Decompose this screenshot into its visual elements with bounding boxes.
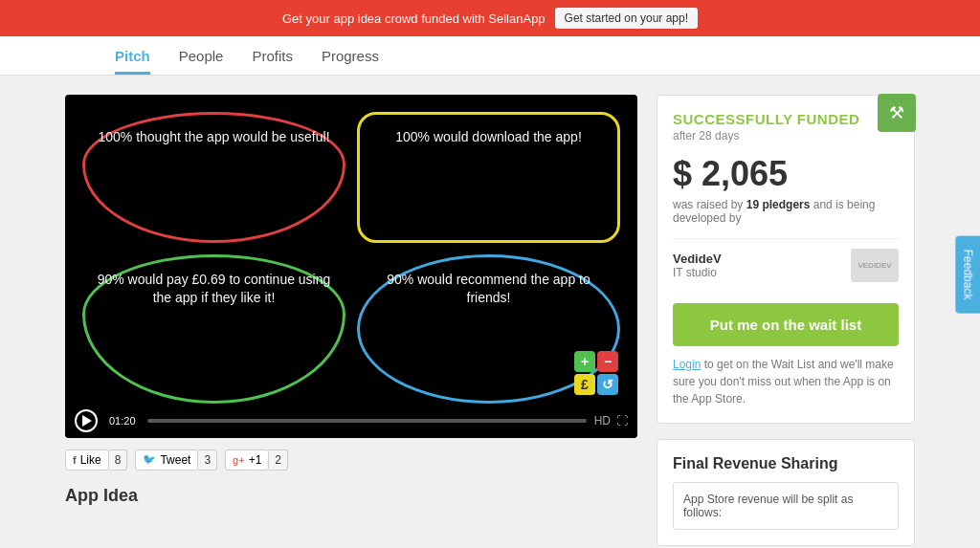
tab-pitch[interactable]: Pitch: [115, 36, 150, 75]
dev-type: IT studio: [673, 266, 722, 279]
tab-profits[interactable]: Profits: [252, 36, 293, 75]
calc-plus: +: [574, 351, 595, 372]
wrench-badge: ⚒: [878, 94, 916, 132]
funding-card: ⚒ SUCCESSFULLY FUNDED after 28 days $ 2,…: [657, 95, 915, 424]
tweet-label: Tweet: [160, 453, 190, 467]
revenue-card: Final Revenue Sharing App Store revenue …: [657, 439, 915, 546]
main-content: 100% thought the app would be useful! 10…: [50, 76, 930, 548]
revenue-subtitle: App Store revenue will be split as follo…: [673, 482, 899, 530]
dev-name: VedideV: [673, 252, 722, 266]
gplus-button[interactable]: g+ +1: [225, 449, 269, 471]
revenue-title: Final Revenue Sharing: [673, 455, 899, 472]
video-controls: 01:20 HD ⛶: [65, 404, 637, 438]
tweet-wrapper: 🐦 Tweet 3: [135, 449, 217, 471]
gplus-icon: g+: [233, 454, 245, 466]
tweet-count: 3: [198, 449, 217, 471]
bubble-red: 100% thought the app would be useful!: [82, 112, 345, 243]
calc-pound: £: [574, 374, 595, 395]
developer-info: VedideV IT studio: [673, 252, 722, 279]
like-button[interactable]: f Like: [65, 449, 109, 471]
banner-text: Get your app idea crowd funded with Sell…: [282, 11, 546, 26]
video-container[interactable]: 100% thought the app would be useful! 10…: [65, 95, 637, 438]
pledgers-prefix: was raised by: [673, 198, 746, 211]
tab-progress[interactable]: Progress: [322, 36, 379, 75]
app-idea-heading: App Idea: [65, 486, 637, 506]
top-banner: Get your app idea crowd funded with Sell…: [0, 0, 980, 36]
progress-bar[interactable]: [147, 419, 587, 423]
social-row: f Like 8 🐦 Tweet 3 g+ +1 2: [65, 449, 637, 471]
pledgers-text: was raised by 19 pledgers and is being d…: [673, 198, 899, 225]
twitter-icon: 🐦: [143, 453, 156, 466]
fullscreen-icon[interactable]: ⛶: [616, 414, 628, 427]
dev-logo: VEDIDEV: [851, 249, 899, 282]
video-inner: 100% thought the app would be useful! 10…: [65, 95, 637, 438]
feedback-tab[interactable]: Feedback: [956, 235, 980, 313]
play-button[interactable]: [75, 409, 98, 432]
gplus-label: +1: [249, 453, 262, 467]
waitlist-button[interactable]: Put me on the wait list: [673, 303, 899, 346]
funded-label: SUCCESSFULLY FUNDED: [673, 111, 899, 127]
bubbles-grid: 100% thought the app would be useful! 10…: [65, 95, 637, 404]
developer-row: VedideV IT studio VEDIDEV: [673, 238, 899, 292]
facebook-icon: f: [73, 454, 77, 466]
login-text: Login to get on the Wait List and we'll …: [673, 356, 899, 407]
like-count: 8: [109, 449, 128, 471]
amount-display: $ 2,065: [673, 154, 899, 194]
gplus-wrapper: g+ +1 2: [225, 449, 288, 471]
pledgers-count: 19 pledgers: [746, 198, 811, 211]
login-link[interactable]: Login: [673, 358, 701, 371]
login-suffix: to get on the Wait List and we'll make s…: [673, 358, 894, 406]
timecode: 01:20: [105, 413, 140, 428]
like-label: Like: [80, 453, 101, 467]
left-column: 100% thought the app would be useful! 10…: [65, 95, 637, 506]
calc-minus: −: [597, 351, 618, 372]
control-icons: HD ⛶: [594, 414, 628, 427]
nav-tabs: Pitch People Profits Progress: [0, 36, 980, 76]
right-column: ⚒ SUCCESSFULLY FUNDED after 28 days $ 2,…: [657, 95, 915, 546]
gplus-count: 2: [269, 449, 288, 471]
banner-cta-button[interactable]: Get started on your app!: [555, 8, 698, 29]
like-wrapper: f Like 8: [65, 449, 127, 471]
hd-icon[interactable]: HD: [594, 414, 611, 427]
bubble-yellow: 100% would download the app!: [357, 112, 620, 243]
wrench-icon: ⚒: [889, 102, 904, 123]
funded-sub: after 28 days: [673, 129, 899, 142]
calc-refresh: ↺: [597, 374, 618, 395]
play-icon: [82, 415, 92, 427]
bubble-green: 90% would pay £0.69 to continue using th…: [82, 254, 345, 404]
tweet-button[interactable]: 🐦 Tweet: [135, 449, 198, 471]
tab-people[interactable]: People: [179, 36, 224, 75]
calculator-icon: + − £ ↺: [574, 351, 618, 395]
